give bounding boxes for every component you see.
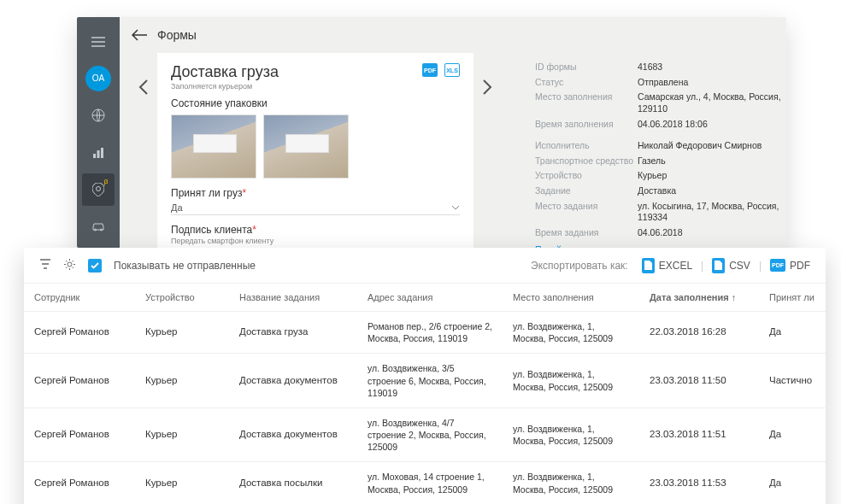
form-panel: Доставка груза Заполняется курьером PDF …	[157, 53, 473, 248]
sidebar-item-vehicle[interactable]	[82, 211, 115, 243]
xls-icon: XLS	[446, 67, 458, 73]
table-row[interactable]: Сергей РомановКурьерДоставка посылкиул. …	[24, 462, 826, 504]
pdf-icon: PDF	[424, 67, 436, 73]
check-icon	[91, 262, 99, 269]
col-employee[interactable]: Сотрудник	[24, 284, 135, 312]
col-task[interactable]: Название задания	[229, 284, 357, 312]
chevron-right-icon	[482, 79, 492, 96]
page-title: Формы	[157, 28, 197, 42]
table-row[interactable]: Сергей РомановКурьерДоставка документову…	[24, 354, 826, 408]
info-panel: ID формы41683 СтатусОтправлена Место зап…	[501, 53, 786, 248]
filter-icon	[39, 258, 51, 270]
hamburger-icon	[91, 37, 105, 47]
data-table-wrap: Сотрудник Устройство Название задания Ад…	[24, 284, 826, 504]
svg-rect-2	[97, 150, 100, 158]
data-table: Сотрудник Устройство Название задания Ад…	[24, 284, 826, 504]
show-unsent-label: Показывать не отправленные	[114, 260, 256, 272]
app-main: Формы Доставка груза Заполняется курьеро…	[120, 17, 786, 248]
packaging-label: Состояние упаковки	[171, 97, 460, 109]
settings-button[interactable]	[63, 258, 76, 273]
xls-export-button[interactable]: XLS	[444, 63, 460, 77]
next-form-button[interactable]	[473, 53, 501, 248]
export-csv-button[interactable]: CSV	[712, 258, 750, 273]
arrow-left-icon	[132, 29, 147, 41]
col-device[interactable]: Устройство	[135, 284, 229, 312]
photo-gallery	[171, 114, 460, 179]
svg-point-4	[97, 186, 101, 190]
file-icon	[712, 258, 725, 273]
show-unsent-checkbox[interactable]	[88, 259, 102, 273]
table-header-row: Сотрудник Устройство Название задания Ад…	[24, 284, 826, 312]
info-key: ID формы	[535, 62, 638, 73]
chevron-down-icon	[451, 205, 460, 210]
chevron-left-icon	[138, 79, 149, 96]
col-address[interactable]: Адрес задания	[357, 284, 503, 312]
pdf-icon: PDF	[770, 259, 785, 272]
signature-field-label: Подпись клиента*	[171, 224, 460, 236]
sidebar: OA β	[77, 17, 120, 248]
svg-rect-1	[93, 154, 96, 158]
table-toolbar: Показывать не отправленные Экспортироват…	[24, 248, 826, 284]
col-accepted[interactable]: Принят ли	[759, 284, 826, 312]
sidebar-item-globe[interactable]	[82, 100, 115, 132]
back-button[interactable]	[132, 29, 147, 41]
sidebar-item-chart[interactable]	[82, 137, 115, 168]
export-label: Экспортировать как:	[531, 260, 628, 272]
col-place[interactable]: Место заполнения	[503, 284, 639, 312]
export-pdf-button[interactable]: PDFPDF	[770, 259, 810, 272]
packaging-photo-2[interactable]	[263, 114, 349, 179]
svg-point-7	[68, 262, 72, 267]
signature-hint: Передать смартфон клиенту	[171, 237, 460, 245]
table-row[interactable]: Сергей РомановКурьерДоставка грузаРомано…	[24, 312, 826, 354]
svg-rect-3	[101, 148, 103, 158]
accepted-select[interactable]: Да	[171, 199, 460, 215]
col-date[interactable]: Дата заполнения ↑	[639, 284, 759, 312]
packaging-photo-1[interactable]	[171, 114, 256, 179]
app-window: OA β Формы	[77, 17, 786, 248]
menu-button[interactable]	[82, 26, 115, 57]
accepted-field-label: Принят ли груз*	[171, 187, 460, 199]
car-icon	[91, 221, 105, 231]
sidebar-item-location[interactable]: β	[82, 173, 115, 205]
form-title: Доставка груза	[171, 63, 279, 81]
beta-badge: β	[104, 178, 109, 185]
top-bar: Формы	[120, 17, 786, 53]
bar-chart-icon	[92, 147, 104, 159]
gear-icon	[63, 258, 76, 271]
info-val: 41683	[638, 62, 662, 73]
globe-icon	[91, 108, 105, 122]
export-excel-button[interactable]: EXCEL	[642, 258, 692, 273]
location-icon	[92, 183, 104, 196]
form-subtitle: Заполняется курьером	[171, 82, 279, 91]
prev-form-button[interactable]	[130, 53, 157, 248]
table-row[interactable]: Сергей РомановКурьерДоставка документову…	[24, 407, 826, 462]
accepted-value: Да	[171, 202, 183, 213]
sidebar-avatar[interactable]: OA	[82, 62, 115, 94]
filter-button[interactable]	[39, 258, 51, 273]
table-window: Показывать не отправленные Экспортироват…	[24, 248, 826, 504]
file-icon	[642, 258, 655, 273]
content-row: Доставка груза Заполняется курьером PDF …	[120, 53, 786, 248]
avatar: OA	[85, 66, 111, 91]
pdf-export-button[interactable]: PDF	[422, 63, 438, 77]
